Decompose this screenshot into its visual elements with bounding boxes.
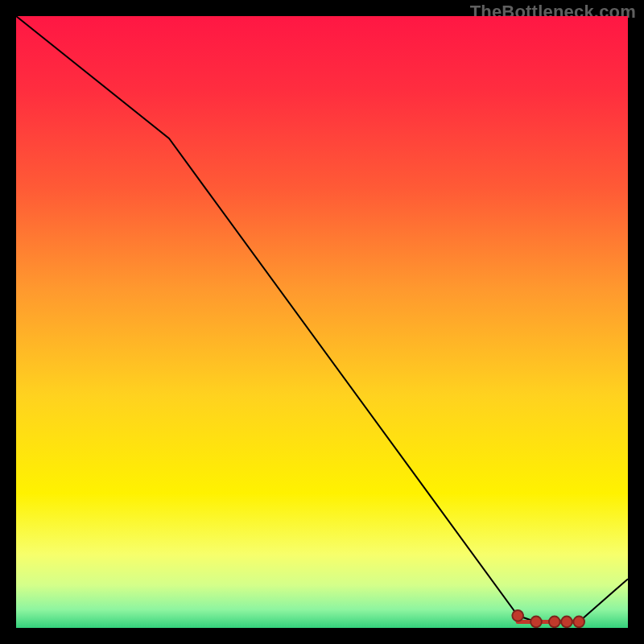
chart-frame: TheBottleneck.com — [0, 0, 644, 644]
optimal-marker — [512, 610, 523, 621]
optimal-marker — [549, 617, 560, 628]
optimal-marker — [530, 617, 542, 628]
plot-background — [16, 16, 628, 628]
optimal-marker — [573, 617, 584, 628]
bottleneck-plot — [16, 16, 628, 628]
optimal-marker — [561, 617, 572, 628]
